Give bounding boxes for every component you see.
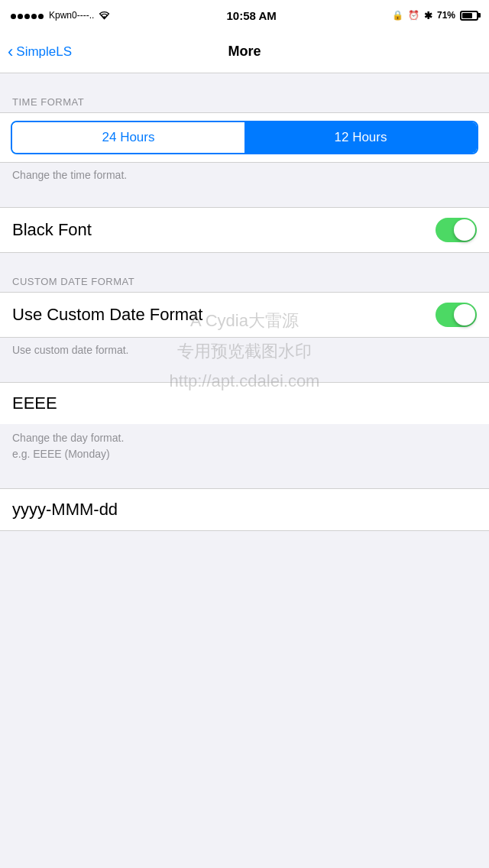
back-label: SimpleLS bbox=[16, 44, 72, 60]
time-format-header: TIME FORMAT bbox=[0, 89, 489, 112]
section-gap-4 bbox=[0, 473, 489, 488]
custom-date-section: Use Custom Date Format bbox=[0, 292, 489, 338]
segment-control[interactable]: 24 Hours 12 Hours bbox=[11, 121, 478, 154]
black-font-label: Black Font bbox=[12, 220, 92, 240]
custom-date-header: CUSTOM DATE FORMAT bbox=[0, 268, 489, 292]
back-button[interactable]: ‹ SimpleLS bbox=[8, 44, 72, 60]
signal-dots bbox=[11, 10, 45, 21]
battery-icon bbox=[460, 11, 478, 21]
black-font-row: Black Font bbox=[0, 208, 489, 252]
section-gap-2 bbox=[0, 253, 489, 268]
nav-bar: ‹ SimpleLS More bbox=[0, 31, 489, 73]
page-title: More bbox=[228, 44, 261, 60]
bluetooth-icon: ✱ bbox=[424, 10, 432, 21]
segment-wrapper: 24 Hours 12 Hours bbox=[0, 113, 489, 162]
segment-24hours[interactable]: 24 Hours bbox=[12, 122, 244, 153]
lock-icon: 🔒 bbox=[392, 10, 403, 21]
status-right: 🔒 ⏰ ✱ 71% bbox=[392, 10, 478, 21]
custom-date-toggle[interactable] bbox=[436, 303, 477, 327]
toggle-knob bbox=[454, 219, 475, 241]
time-format-section: 24 Hours 12 Hours bbox=[0, 112, 489, 163]
day-format-desc-line2: e.g. EEEE (Monday) bbox=[12, 446, 477, 462]
toggle-knob-2 bbox=[454, 304, 475, 326]
use-custom-date-label: Use Custom Date Format bbox=[12, 305, 202, 325]
use-custom-date-row: Use Custom Date Format bbox=[0, 293, 489, 337]
time-format-description: Change the time format. bbox=[0, 163, 489, 192]
black-font-section: Black Font bbox=[0, 207, 489, 253]
section-gap-3 bbox=[0, 367, 489, 382]
status-left: Kpwn0----.. bbox=[11, 10, 111, 21]
wifi-icon bbox=[98, 11, 111, 21]
date-format-row: yyyy-MMM-dd bbox=[0, 488, 489, 531]
section-gap-1 bbox=[0, 192, 489, 207]
day-format-description: Change the day format. e.g. EEEE (Monday… bbox=[0, 424, 489, 473]
battery-fill bbox=[462, 13, 472, 18]
carrier-name: Kpwn0----.. bbox=[49, 10, 94, 21]
black-font-toggle[interactable] bbox=[436, 218, 477, 242]
day-format-desc-line1: Change the day format. bbox=[12, 430, 477, 446]
alarm-icon: ⏰ bbox=[408, 10, 419, 21]
date-format-value: yyyy-MMM-dd bbox=[12, 500, 118, 519]
chevron-left-icon: ‹ bbox=[8, 44, 13, 60]
segment-12hours[interactable]: 12 Hours bbox=[244, 122, 477, 153]
content: TIME FORMAT 24 Hours 12 Hours Change the… bbox=[0, 73, 489, 531]
custom-date-description: Use custom date format. bbox=[0, 338, 489, 367]
eeee-row: EEEE bbox=[0, 382, 489, 424]
eeee-value: EEEE bbox=[12, 394, 57, 413]
status-time: 10:58 AM bbox=[227, 9, 277, 22]
status-bar: Kpwn0----.. 10:58 AM 🔒 ⏰ ✱ 71% bbox=[0, 0, 489, 31]
battery-percent: 71% bbox=[437, 10, 455, 21]
